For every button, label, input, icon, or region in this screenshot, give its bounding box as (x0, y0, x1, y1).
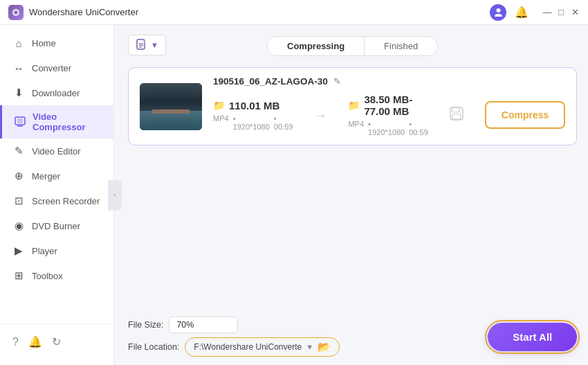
source-size-text: 110.01 MB (229, 100, 279, 112)
svg-rect-10 (452, 107, 459, 112)
tabs-row: Compressing Finished (128, 36, 577, 56)
file-location-dropdown-arrow[interactable]: ▼ (306, 343, 313, 351)
source-resolution: 1920*1080 (233, 114, 270, 131)
file-name: 190516_06_AZ-LAGOA-30 (213, 76, 328, 87)
source-meta: MP4 1920*1080 00:59 (213, 114, 293, 131)
main-layout: ⌂ Home ↔ Converter ⬇ Downloader Video Co… (0, 25, 588, 365)
target-resolution: 1920*1080 (368, 120, 405, 136)
target-folder-icon: 📁 (348, 100, 360, 111)
file-location-container: F:\Wondershare UniConverte ▼ 📂 (185, 337, 340, 357)
sidebar-item-downloader[interactable]: ⬇ Downloader (0, 80, 113, 105)
sidebar-item-home[interactable]: ⌂ Home (0, 30, 113, 55)
sidebar-item-label: Toolbox (32, 271, 63, 281)
user-icon-btn[interactable] (490, 4, 506, 21)
minimize-button[interactable]: — (542, 8, 552, 17)
sidebar-item-merger[interactable]: ⊕ Merger (0, 163, 113, 188)
sidebar-item-label: Downloader (32, 88, 80, 98)
sidebar-item-label: Screen Recorder (32, 196, 100, 206)
content-area: ▼ Compressing Finished 190516_06_AZ-LAGO… (114, 25, 588, 365)
sidebar-item-player[interactable]: ▶ Player (0, 238, 113, 263)
sidebar-item-toolbox[interactable]: ⊞ Toolbox (0, 263, 113, 288)
converter-icon: ↔ (12, 62, 25, 74)
file-size-select[interactable]: 70% 50% 30% 80% (169, 317, 238, 333)
sidebar-item-label: DVD Burner (32, 221, 80, 231)
target-size-text: 38.50 MB-77.00 MB (364, 94, 428, 117)
title-bar-right: 🔔 — □ ✕ (490, 4, 580, 21)
sidebar-bottom-icons: ? 🔔 ↻ (0, 330, 113, 354)
file-thumbnail (140, 83, 202, 130)
source-size-value: 📁 110.01 MB (213, 100, 293, 112)
home-icon: ⌂ (12, 37, 25, 49)
save-settings-icon[interactable] (449, 106, 464, 125)
svg-point-1 (496, 8, 500, 12)
dvd-burner-icon: ◉ (12, 220, 25, 232)
sidebar-item-label: Merger (32, 171, 60, 181)
sidebar-item-label: Home (32, 38, 56, 48)
thumbnail-water (140, 111, 202, 130)
close-button[interactable]: ✕ (570, 8, 580, 17)
video-compressor-icon (15, 116, 26, 128)
title-bar-left: Wondershare UniConverter (8, 5, 138, 20)
sidebar-item-label: Converter (32, 63, 71, 73)
file-card: 190516_06_AZ-LAGOA-30 ✎ 📁 110.01 MB MP4 … (128, 67, 577, 145)
file-size-row: File Size: 70% 50% 30% 80% (128, 317, 340, 333)
title-bar: Wondershare UniConverter 🔔 — □ ✕ (0, 0, 588, 25)
notification-bell-icon[interactable]: 🔔 (513, 4, 530, 21)
bottom-left: File Size: 70% 50% 30% 80% File Location… (128, 317, 340, 357)
target-meta: MP4 1920*1080 00:59 (348, 120, 428, 136)
thumbnail-dock (152, 109, 190, 114)
app-logo (8, 5, 24, 20)
sidebar-item-video-compressor[interactable]: Video Compressor (0, 105, 113, 139)
source-block: 📁 110.01 MB MP4 1920*1080 00:59 (213, 100, 293, 131)
source-duration: 00:59 (274, 114, 293, 131)
downloader-icon: ⬇ (12, 87, 25, 99)
add-file-button[interactable]: ▼ (128, 35, 166, 55)
compress-button[interactable]: Compress (485, 101, 565, 129)
svg-rect-3 (17, 118, 23, 123)
player-icon: ▶ (12, 244, 25, 257)
file-name-row: 190516_06_AZ-LAGOA-30 ✎ (213, 76, 565, 87)
file-details: 📁 110.01 MB MP4 1920*1080 00:59 → (213, 94, 565, 136)
edit-filename-icon[interactable]: ✎ (333, 76, 341, 87)
svg-rect-11 (452, 114, 461, 119)
target-duration: 00:59 (409, 120, 428, 136)
merger-icon: ⊕ (12, 170, 25, 182)
app-title: Wondershare UniConverter (29, 7, 138, 17)
sidebar-item-dvd-burner[interactable]: ◉ DVD Burner (0, 213, 113, 238)
window-controls: — □ ✕ (542, 8, 580, 17)
file-location-label: File Location: (128, 342, 179, 352)
sidebar-item-screen-recorder[interactable]: ⊡ Screen Recorder (0, 188, 113, 213)
sidebar-item-label: Video Compressor (33, 112, 101, 132)
sidebar-collapse-btn[interactable]: ‹ (108, 180, 122, 211)
thumbnail-image (140, 83, 202, 130)
refresh-icon[interactable]: ↻ (52, 335, 61, 348)
add-file-arrow: ▼ (151, 41, 158, 49)
source-format: MP4 (213, 114, 229, 131)
bottom-bar: File Size: 70% 50% 30% 80% File Location… (128, 310, 577, 357)
start-all-button[interactable]: Start All (488, 323, 577, 351)
video-editor-icon: ✎ (12, 145, 25, 157)
maximize-button[interactable]: □ (556, 8, 566, 17)
target-block: 📁 38.50 MB-77.00 MB MP4 1920*1080 00:59 (348, 94, 428, 136)
alert-icon[interactable]: 🔔 (28, 335, 42, 348)
file-location-row: File Location: F:\Wondershare UniConvert… (128, 337, 340, 357)
sidebar-item-label: Player (32, 246, 57, 256)
source-folder-icon: 📁 (213, 100, 225, 111)
help-icon[interactable]: ? (12, 336, 19, 348)
file-location-path: F:\Wondershare UniConverte (194, 342, 302, 352)
arrow-right-icon: → (313, 107, 327, 123)
sidebar-bottom: ? 🔔 ↻ (0, 323, 113, 359)
folder-open-icon[interactable]: 📂 (318, 341, 331, 353)
sidebar-item-converter[interactable]: ↔ Converter (0, 55, 113, 80)
tab-finished[interactable]: Finished (365, 37, 437, 55)
tab-compressing[interactable]: Compressing (268, 37, 365, 55)
sidebar-item-label: Video Editor (32, 146, 81, 157)
target-size-value: 📁 38.50 MB-77.00 MB (348, 94, 428, 117)
toolbox-icon: ⊞ (12, 269, 25, 282)
file-size-label: File Size: (128, 320, 163, 330)
sidebar-item-video-editor[interactable]: ✎ Video Editor (0, 139, 113, 163)
sidebar: ⌂ Home ↔ Converter ⬇ Downloader Video Co… (0, 25, 114, 365)
tab-group: Compressing Finished (267, 36, 438, 56)
file-info: 190516_06_AZ-LAGOA-30 ✎ 📁 110.01 MB MP4 … (213, 76, 565, 136)
add-file-icon (136, 39, 148, 51)
